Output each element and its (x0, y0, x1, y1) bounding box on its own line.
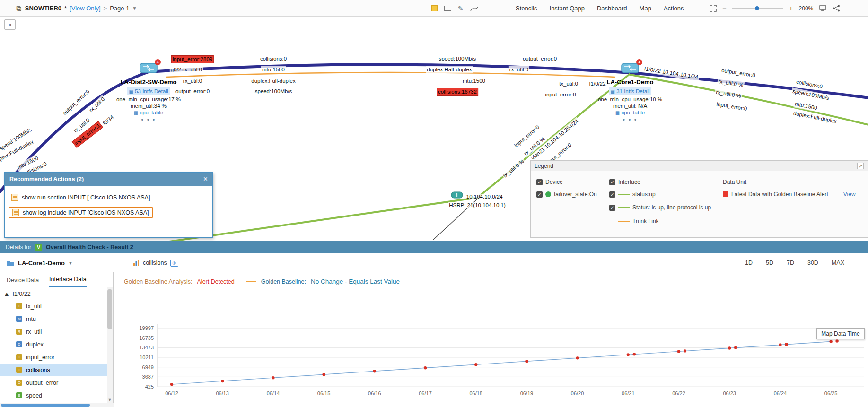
map-link-label: collisions:16732 (437, 88, 478, 96)
range-max-button[interactable]: MAX (832, 260, 844, 266)
more-options-button[interactable]: • • • (104, 116, 193, 123)
checkbox-device[interactable]: ✓ (536, 179, 543, 185)
page-selector[interactable]: Page 1 (110, 5, 129, 12)
intfs-detail-link[interactable]: ▦ 31 Intfs Detail (609, 87, 652, 95)
svg-text:19997: 19997 (139, 325, 154, 331)
device-name[interactable]: LA-Core1-Demo (585, 78, 675, 86)
range-1d-button[interactable]: 1D (745, 260, 753, 266)
switch-icon: + (621, 62, 639, 76)
share-icon[interactable] (833, 5, 840, 12)
view-link[interactable]: View (843, 191, 856, 198)
map-title: SNOWTIER0 (25, 5, 61, 12)
legend-panel: Legend ↗ ✓ Device ✓ Interface Data Unit … (530, 160, 868, 238)
more-options-button[interactable]: • • • (585, 116, 675, 123)
cpu-table-link[interactable]: ▦ cpu_table (585, 110, 675, 115)
fit-screen-icon[interactable] (710, 5, 717, 12)
intfs-detail-link[interactable]: ▦ 53 Intfs Detail (127, 87, 170, 95)
device-selector[interactable]: LA-Core1-Demo ▼ (7, 253, 73, 272)
dirty-marker: * (64, 5, 67, 12)
virtual-switch-icon (451, 191, 463, 199)
map-link-label: mtu:1500 (462, 78, 486, 85)
map-link-label: speed:100Mb/s (254, 88, 293, 95)
tab-device-data[interactable]: Device Data (7, 277, 39, 287)
tree-item-tx_util[interactable]: Ttx_util (0, 300, 107, 312)
tree-item-output_error[interactable]: Ooutput_error (0, 376, 107, 389)
chart-region: Golden Baseline Analysis: Alert Detected… (114, 272, 868, 407)
alert-badge-icon: + (636, 59, 642, 65)
checkbox-failover[interactable]: ✓ (536, 191, 543, 198)
map-link-label: collisions:0 (259, 55, 288, 62)
svg-text:06/23: 06/23 (723, 390, 736, 396)
map-link-label: duplex:Full-duplex (250, 78, 296, 85)
zoom-slider-thumb[interactable] (755, 6, 759, 10)
range-7d-button[interactable]: 7D (787, 260, 794, 266)
map-window-icon[interactable]: ⧉ (16, 4, 21, 13)
tree-item-collisions[interactable]: Ccollisions (0, 364, 107, 376)
shape-rectangle-icon[interactable] (444, 6, 451, 11)
top-toolbar: ⧉ SNOWTIER0 * [View Only] > Page 1 ▼ ✎ S… (0, 0, 868, 17)
range-30d-button[interactable]: 30D (807, 260, 818, 266)
zoom-in-button[interactable]: + (789, 4, 793, 12)
menu-actions[interactable]: Actions (664, 5, 684, 12)
horizontal-scrollbar[interactable] (0, 403, 114, 407)
red-square-sample (723, 191, 728, 197)
menu-map[interactable]: Map (640, 5, 651, 12)
golden-baseline-value: No Change - Equals Last Value (311, 278, 400, 285)
tree-item-label: duplex (26, 341, 44, 348)
tree-item-rx_util[interactable]: Rrx_util (0, 325, 107, 338)
zoom-out-button[interactable]: − (722, 4, 727, 12)
device-node-la-dist2-sw-demo[interactable]: + LA-Dist2-SW-Demo ▦ 53 Intfs Detail one… (104, 62, 193, 123)
scrollbar-thumb[interactable] (1, 404, 90, 407)
action-item-show-run[interactable]: show run section INPUT [ Cisco IOS NXOS … (9, 192, 153, 202)
svg-text:06/20: 06/20 (571, 390, 584, 396)
menu-dashboard[interactable]: Dashboard (597, 5, 627, 12)
tree-item-input_error[interactable]: Iinput_error (0, 351, 107, 364)
tree-item-speed[interactable]: Sspeed (0, 389, 107, 402)
checkbox-interface[interactable]: ✓ (609, 179, 615, 185)
collapse-icon[interactable]: ▲ (4, 291, 9, 297)
chevron-down-icon[interactable]: ▼ (132, 6, 137, 11)
menu-instant-qapp[interactable]: Instant Qapp (550, 5, 585, 12)
tab-interface-data[interactable]: Interface Data (49, 276, 87, 287)
svg-text:3687: 3687 (142, 374, 154, 380)
tree-item-duplex[interactable]: Dduplex (0, 338, 107, 351)
folder-icon (7, 260, 15, 266)
draw-curve-icon[interactable] (470, 5, 479, 12)
action-item-show-log[interactable]: show log include INPUT [Cisco IOS NXOS A… (9, 207, 153, 218)
range-5d-button[interactable]: 5D (766, 260, 773, 266)
vertical-scrollbar[interactable]: ▼ (107, 287, 113, 403)
svg-text:6949: 6949 (142, 364, 154, 370)
metric-icon: S (16, 392, 22, 398)
device-name[interactable]: LA-Dist2-SW-Demo (104, 78, 193, 86)
expand-legend-icon[interactable]: ↗ (857, 163, 864, 169)
cpu-table-link[interactable]: ▦ cpu_table (104, 110, 193, 115)
view-only-link[interactable]: [View Only] (70, 5, 101, 12)
chevron-down-icon[interactable]: ▼ (68, 260, 73, 266)
map-link-label: speed:100Mb/s (438, 55, 477, 62)
svg-text:06/22: 06/22 (672, 390, 685, 396)
cpu-usage-label: one_min_cpu_usage:17 % (104, 96, 193, 102)
close-icon[interactable]: × (203, 175, 208, 183)
print-icon[interactable] (819, 5, 827, 12)
checkbox-line-protocol[interactable]: ✓ (609, 205, 615, 211)
tree-group-interface[interactable]: ▲ f1/0/22 (0, 288, 107, 300)
tree-item-mtu[interactable]: Mmtu (0, 312, 107, 325)
topology-map[interactable]: » g0/2input_error:2809tx_util:0rx_util:0… (0, 17, 868, 241)
scroll-down-icon[interactable]: ▼ (107, 397, 113, 403)
mem-util-label: mem_util:34 % (104, 103, 193, 109)
expand-sidebar-button[interactable]: » (4, 19, 16, 30)
menu-stencils[interactable]: Stencils (516, 5, 537, 12)
device-node-la-core1-demo[interactable]: + LA-Core1-Demo ▦ 31 Intfs Detail one_mi… (585, 62, 675, 123)
table-icon: ▦ (129, 89, 133, 94)
metric-view-toggle-icon[interactable]: ◎ (170, 260, 178, 267)
trunk-link-orange[interactable] (166, 72, 615, 77)
tree-item-label: collisions (26, 367, 50, 373)
draw-line-icon[interactable]: ✎ (458, 5, 464, 12)
tree-item-label: speed (26, 392, 42, 399)
tree-item-label: output_error (26, 380, 58, 386)
note-icon[interactable] (431, 5, 438, 11)
zoom-slider[interactable] (732, 8, 783, 9)
scrollbar-thumb[interactable] (107, 289, 112, 329)
hsrp-virtual-node[interactable]: 10.104.10.0/24 HSRP: 21(10.104.10.1) (430, 191, 525, 209)
checkbox-status-up[interactable]: ✓ (609, 191, 615, 198)
